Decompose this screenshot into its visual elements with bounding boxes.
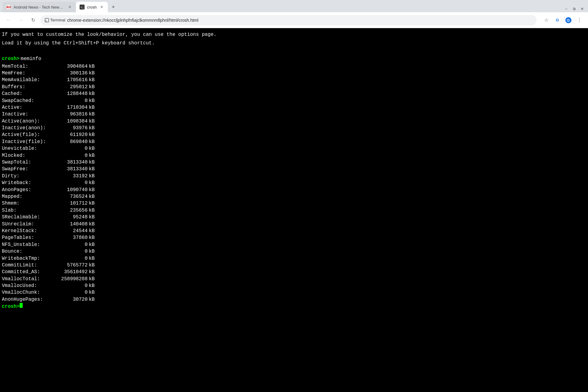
tab-crosh[interactable]: >_ crosh ✕ — [76, 2, 108, 12]
mem-row: Slab: 235656 kB — [2, 207, 586, 214]
cursor — [20, 303, 23, 308]
svg-text:G: G — [567, 18, 570, 23]
mem-label: CommitLimit: — [2, 262, 57, 269]
mem-label: MemAvailable: — [2, 77, 57, 83]
mem-label: AnonPages: — [2, 187, 57, 193]
mem-value: 963816 — [57, 111, 88, 118]
mem-label: PageTables: — [2, 234, 57, 241]
tab-close-android-news[interactable]: ✕ — [67, 5, 72, 9]
command-line: crosh> meminfo — [2, 55, 586, 62]
terminal-body[interactable]: If you want to customize the look/behavi… — [0, 28, 588, 392]
mem-row: Cached: 1288448 kB — [2, 90, 586, 97]
mem-label: SUnreclaim: — [2, 221, 57, 228]
mem-label: Buffers: — [2, 84, 57, 90]
mem-label: Committed_AS: — [2, 269, 57, 275]
mem-label: Writeback: — [2, 179, 57, 186]
mem-value: 0 — [57, 248, 88, 255]
mem-value: 24544 — [57, 228, 88, 234]
tab-title-android-news: Android News - Tech News And... — [13, 5, 65, 9]
tab-title-crosh: crosh — [87, 5, 97, 9]
mem-label: Inactive(anon): — [2, 125, 57, 131]
mem-unit: kB — [89, 248, 95, 255]
mem-value: 0 — [57, 289, 88, 296]
mem-value: 235656 — [57, 207, 88, 214]
mem-label: Active(file): — [2, 131, 57, 138]
mem-row: AnonHugePages: 30720 kB — [2, 296, 586, 303]
mem-label: MemTotal: — [2, 63, 57, 70]
mem-row: Inactive(anon): 93976 kB — [2, 125, 586, 131]
mem-unit: kB — [89, 234, 95, 241]
mem-label: KernelStack: — [2, 228, 57, 234]
mem-unit: kB — [89, 221, 95, 228]
mem-unit: kB — [89, 173, 95, 179]
mem-row: Committed_AS: 35610492 kB — [2, 269, 586, 275]
mem-label: WritebackTmp: — [2, 255, 57, 262]
mem-row: Writeback: 0 kB — [2, 179, 586, 186]
mem-unit: kB — [89, 84, 95, 90]
reload-button[interactable]: ↻ — [28, 15, 38, 25]
profile-button[interactable]: G — [564, 15, 573, 25]
mem-label: Shmem: — [2, 200, 57, 207]
back-button[interactable]: ← — [4, 15, 13, 25]
svg-text:●: ● — [45, 20, 47, 22]
mem-label: SReclaimable: — [2, 214, 57, 221]
mem-unit: kB — [89, 187, 95, 193]
url-text: chrome-extension://nkoccljplnhpfnfiajclk… — [67, 18, 532, 23]
mem-row: SReclaimable: 95248 kB — [2, 214, 586, 221]
mem-row: Bounce: 0 kB — [2, 248, 586, 255]
maximize-button[interactable]: ⧉ — [572, 7, 576, 11]
mem-value: 0 — [57, 152, 88, 159]
mem-row: SUnreclaim: 140408 kB — [2, 221, 586, 228]
mem-unit: kB — [89, 138, 95, 145]
mem-row: KernelStack: 24544 kB — [2, 228, 586, 234]
mem-value: 93976 — [57, 125, 88, 131]
tab-favicon-ah: AH — [6, 5, 11, 9]
mem-label: Active(anon): — [2, 118, 57, 125]
final-prompt: crosh> — [2, 303, 20, 310]
tab-close-crosh[interactable]: ✕ — [99, 5, 104, 9]
forward-button[interactable]: → — [16, 15, 26, 25]
mem-value: 0 — [57, 145, 88, 152]
final-prompt-line: crosh> — [2, 303, 586, 310]
new-tab-button[interactable]: + — [109, 3, 118, 11]
mem-label: Bounce: — [2, 248, 57, 255]
mem-row: Shmem: 101712 kB — [2, 200, 586, 207]
mem-value: 3813340 — [57, 166, 88, 172]
mem-unit: kB — [89, 207, 95, 214]
protocol-label: Terminal — [50, 18, 65, 22]
mem-unit: kB — [89, 63, 95, 70]
mem-unit: kB — [89, 228, 95, 234]
mem-label: SwapFree: — [2, 166, 57, 172]
mem-value: 300136 — [57, 70, 88, 77]
mem-label: NFS_Unstable: — [2, 241, 57, 248]
protocol-icon: ● Terminal — [45, 18, 65, 22]
mem-row: Buffers: 295012 kB — [2, 84, 586, 90]
mem-row: CommitLimit: 5765772 kB — [2, 262, 586, 269]
mem-value: 33192 — [57, 173, 88, 179]
prompt-text: crosh> — [2, 55, 20, 62]
mem-value: 1288448 — [57, 90, 88, 97]
mem-row: PageTables: 37860 kB — [2, 234, 586, 241]
mem-value: 611920 — [57, 131, 88, 138]
mem-value: 0 — [57, 282, 88, 289]
mem-unit: kB — [89, 152, 95, 159]
mem-value: 35610492 — [57, 269, 88, 275]
mem-value: 1710304 — [57, 104, 88, 111]
mem-row: SwapTotal: 3813340 kB — [2, 159, 586, 166]
url-bar[interactable]: ● Terminal chrome-extension://nkoccljpln… — [40, 15, 537, 25]
intro-line-1: If you want to customize the look/behavi… — [2, 31, 586, 38]
bookmark-button[interactable]: ☆ — [541, 15, 551, 25]
mem-row: Active(file): 611920 kB — [2, 131, 586, 138]
mem-unit: kB — [89, 166, 95, 172]
mem-label: Active: — [2, 104, 57, 111]
mem-unit: kB — [89, 296, 95, 303]
menu-button[interactable]: ⋮ — [575, 15, 584, 25]
mem-row: MemTotal: 3904864 kB — [2, 63, 586, 70]
intro-line-2: Load it by using the Ctrl+Shift+P keyboa… — [2, 40, 586, 47]
mem-label: VmallocTotal: — [2, 276, 57, 282]
tab-android-news[interactable]: AH Android News - Tech News And... ✕ — [2, 2, 76, 12]
minimize-button[interactable]: − — [564, 7, 568, 11]
mem-unit: kB — [89, 282, 95, 289]
translate-button[interactable]: G — [552, 15, 562, 25]
close-button[interactable]: ✕ — [580, 7, 584, 11]
